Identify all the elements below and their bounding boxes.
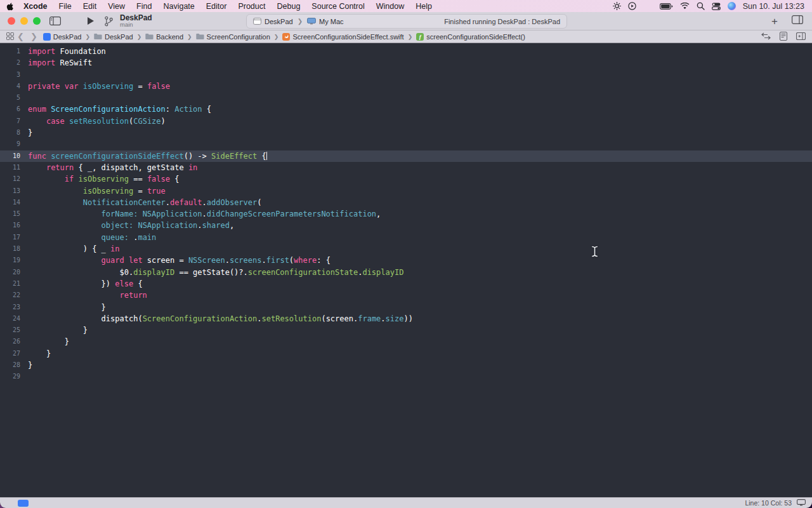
line-content: }: [28, 127, 32, 138]
menu-find[interactable]: Find: [131, 2, 157, 11]
code-line[interactable]: 6enum ScreenConfigurationAction: Action …: [0, 104, 812, 115]
code-line[interactable]: 10func screenConfigurationSideEffect() -…: [0, 150, 812, 162]
menu-xcode[interactable]: Xcode: [18, 2, 53, 11]
menu-file[interactable]: File: [53, 2, 77, 11]
run-destination-selector[interactable]: My Mac: [307, 18, 344, 25]
breadcrumb-item[interactable]: fscreenConfigurationSideEffect(): [416, 33, 525, 41]
code-line[interactable]: 2import ReSwift: [0, 57, 812, 69]
menu-edit[interactable]: Edit: [77, 2, 103, 11]
minimize-button[interactable]: [20, 17, 28, 25]
menu-editor[interactable]: Editor: [200, 2, 233, 11]
menu-navigate[interactable]: Navigate: [157, 2, 200, 11]
breakpoint-indicator[interactable]: [18, 500, 29, 507]
code-line[interactable]: 14 NotificationCenter.default.addObserve…: [0, 197, 812, 208]
breadcrumb-separator: ❯: [85, 34, 90, 40]
line-content: dispatch(ScreenConfigurationAction.setRe…: [28, 313, 413, 324]
code-line[interactable]: 25 }: [0, 324, 812, 336]
toolbar-right: +: [771, 15, 803, 27]
mac-display-icon: [307, 18, 316, 25]
code-line[interactable]: 8}: [0, 127, 812, 138]
add-editor-icon[interactable]: [796, 32, 806, 41]
code-line[interactable]: 19 guard let screen = NSScreen.screens.f…: [0, 255, 812, 266]
code-line[interactable]: 28}: [0, 359, 812, 371]
code-line[interactable]: 22 return: [0, 290, 812, 301]
menu-source-control[interactable]: Source Control: [306, 2, 370, 11]
code-line[interactable]: 7 case setResolution(CGSize): [0, 116, 812, 127]
code-line[interactable]: 26 }: [0, 336, 812, 347]
back-button[interactable]: ❮: [14, 32, 27, 41]
code-line[interactable]: 13 isObserving = true: [0, 185, 812, 197]
line-number: 14: [0, 197, 28, 208]
line-number: 1: [0, 46, 28, 57]
menu-view[interactable]: View: [102, 2, 131, 11]
app-window-icon: [253, 18, 261, 25]
project-header[interactable]: DeskPad main: [120, 14, 152, 29]
line-number: 5: [0, 92, 28, 104]
code-review-icon[interactable]: [761, 32, 771, 41]
menu-debug[interactable]: Debug: [272, 2, 306, 11]
brightness-icon[interactable]: [613, 2, 621, 10]
fullscreen-button[interactable]: [33, 17, 41, 25]
line-content: enum ScreenConfigurationAction: Action {: [28, 104, 211, 115]
text-caret: [266, 152, 268, 160]
run-button[interactable]: [88, 17, 94, 25]
breadcrumb-item[interactable]: DeskPad: [43, 33, 82, 41]
branch-icon: [104, 16, 114, 27]
scheme-selector[interactable]: DeskPad: [253, 18, 293, 25]
code-line[interactable]: 27 }: [0, 348, 812, 359]
code-line[interactable]: 3: [0, 69, 812, 81]
breadcrumb-separator: ❯: [274, 34, 279, 40]
code-line[interactable]: 21 }) else {: [0, 278, 812, 290]
line-content: queue: .main: [28, 232, 156, 243]
line-content: if isObserving == false {: [28, 173, 179, 185]
code-line[interactable]: 5: [0, 92, 812, 104]
code-line[interactable]: 12 if isObserving == false {: [0, 173, 812, 185]
breadcrumb-item[interactable]: Backend: [145, 33, 183, 41]
code-line[interactable]: 24 dispatch(ScreenConfigurationAction.se…: [0, 313, 812, 324]
related-items-icon[interactable]: [6, 32, 14, 41]
close-button[interactable]: [8, 17, 15, 25]
code-line[interactable]: 23 }: [0, 302, 812, 313]
editor-options-icon[interactable]: [780, 32, 787, 42]
breadcrumb-item[interactable]: ScreenConfigurationSideEffect.swift: [282, 33, 403, 41]
line-number: 11: [0, 162, 28, 173]
library-button[interactable]: +: [771, 16, 778, 27]
line-number: 4: [0, 81, 28, 92]
siri-icon[interactable]: [728, 2, 736, 10]
code-line[interactable]: 1import Foundation: [0, 46, 812, 57]
folder-icon: [94, 33, 102, 40]
editor-layout-icon[interactable]: [792, 15, 803, 27]
forward-button[interactable]: ❯: [27, 32, 41, 41]
menu-help[interactable]: Help: [410, 2, 438, 11]
branch-label: main: [120, 22, 152, 28]
code-editor[interactable]: 1import Foundation2import ReSwift34priva…: [0, 43, 812, 497]
code-line[interactable]: 4private var isObserving = false: [0, 81, 812, 92]
menu-product[interactable]: Product: [232, 2, 271, 11]
line-content: func screenConfigurationSideEffect() -> …: [28, 150, 267, 162]
code-line[interactable]: 11 return { _, dispatch, getState in: [0, 162, 812, 173]
menu-clock[interactable]: Sun 10. Jul 13:23: [743, 2, 804, 11]
line-content: return: [28, 290, 147, 301]
code-line[interactable]: 15 forName: NSApplication.didChangeScree…: [0, 208, 812, 220]
now-playing-icon[interactable]: [628, 2, 636, 10]
navigator-toggle-icon[interactable]: [49, 17, 61, 25]
wifi-icon[interactable]: [680, 3, 690, 10]
breadcrumb-item[interactable]: ScreenConfiguration: [196, 33, 270, 41]
code-line[interactable]: 29: [0, 371, 812, 382]
battery-icon[interactable]: [660, 3, 673, 10]
apple-menu[interactable]: [6, 2, 14, 11]
code-line[interactable]: 20 $0.displayID == getState()?.screenCon…: [0, 267, 812, 278]
code-line[interactable]: 16 object: NSApplication.shared,: [0, 220, 812, 231]
code-line[interactable]: 17 queue: .main: [0, 232, 812, 243]
breadcrumb-item[interactable]: DeskPad: [94, 33, 133, 41]
spotlight-icon[interactable]: [697, 2, 705, 10]
line-number: 10: [0, 150, 28, 162]
menu-window[interactable]: Window: [370, 2, 410, 11]
keyboard-layout-flag-icon[interactable]: [643, 3, 653, 10]
menu-bar: XcodeFileEditViewFindNavigateEditorProdu…: [0, 0, 812, 12]
line-number: 15: [0, 208, 28, 220]
breadcrumb-label: ScreenConfigurationSideEffect.swift: [292, 33, 403, 41]
code-line[interactable]: 9: [0, 138, 812, 150]
control-center-icon[interactable]: [712, 3, 721, 10]
code-line[interactable]: 18 ) { _ in: [0, 243, 812, 255]
